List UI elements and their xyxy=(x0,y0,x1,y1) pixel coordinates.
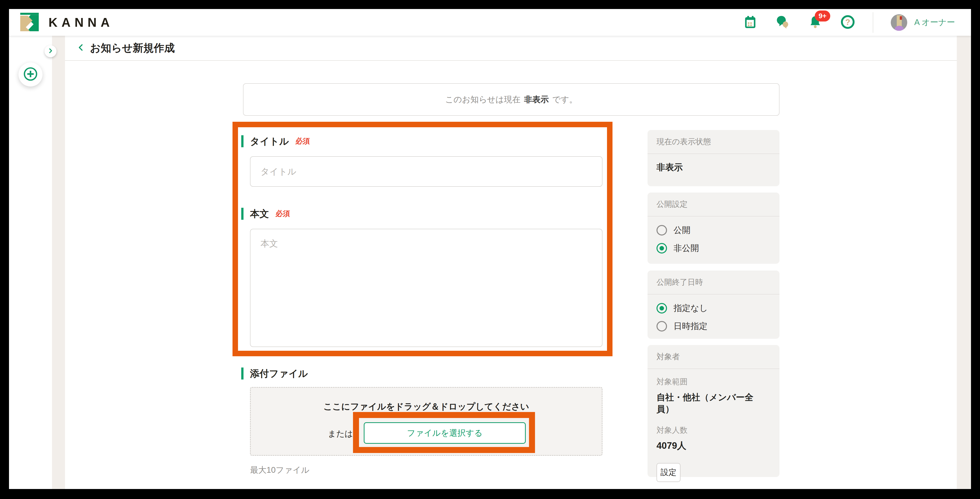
attachment-field-label: 添付ファイル xyxy=(241,367,308,380)
sidebar xyxy=(9,36,52,489)
notice-status: 非表示 xyxy=(524,94,549,105)
notice-prefix: このお知らせは現在 xyxy=(445,94,520,105)
scope-value: 自社・他社（メンバー全員） xyxy=(657,391,770,415)
chevron-right-icon xyxy=(47,48,54,55)
plus-circle-icon xyxy=(23,66,38,83)
dropzone-text: ここにファイルをドラッグ＆ドロップしてください xyxy=(251,401,602,413)
scope-label: 対象範囲 xyxy=(657,377,770,387)
audience-card-header: 対象者 xyxy=(648,345,780,369)
page-title: お知らせ新規作成 xyxy=(90,41,175,55)
user-menu[interactable]: A オーナー xyxy=(891,14,955,31)
chat-icon xyxy=(775,15,790,30)
required-badge: 必須 xyxy=(275,209,290,219)
chat-button[interactable] xyxy=(775,15,790,30)
required-badge: 必須 xyxy=(296,136,310,146)
user-name: A オーナー xyxy=(914,17,955,28)
radio-selected-icon xyxy=(657,303,667,313)
label-accent-bar xyxy=(241,135,243,147)
calendar-icon xyxy=(743,15,757,30)
back-chevron-icon xyxy=(76,43,86,54)
sidebar-expand-button[interactable] xyxy=(45,45,57,57)
radio-option-no-end[interactable]: 指定なし xyxy=(657,302,770,315)
notifications-button[interactable]: 9+ xyxy=(808,15,823,30)
radio-unselected-icon xyxy=(657,321,667,332)
visibility-card: 現在の表示状態 非表示 xyxy=(648,130,780,186)
brand-logo[interactable]: KANNA xyxy=(19,13,114,32)
radio-option-datetime[interactable]: 日時指定 xyxy=(657,320,770,332)
kanna-logo-icon xyxy=(19,13,40,32)
header-divider xyxy=(873,12,873,33)
end-date-card-header: 公開終了日時 xyxy=(648,270,780,294)
end-date-card: 公開終了日時 指定なし 日時指定 xyxy=(648,270,780,339)
calendar-button[interactable] xyxy=(743,15,758,30)
body-textarea[interactable] xyxy=(250,229,603,347)
title-field-label: タイトル 必須 xyxy=(241,135,310,147)
or-label: または xyxy=(328,428,353,440)
avatar xyxy=(891,14,907,31)
label-accent-bar xyxy=(241,367,243,380)
body-field-label: 本文 必須 xyxy=(241,208,290,220)
count-value: 4079人 xyxy=(657,440,770,452)
create-fab[interactable] xyxy=(19,62,43,86)
publish-setting-card: 公開設定 公開 非公開 xyxy=(648,192,780,264)
notification-badge: 9+ xyxy=(815,11,830,22)
visibility-value: 非表示 xyxy=(657,162,770,173)
notice-banner: このお知らせは現在 非表示 です。 xyxy=(243,83,780,116)
max-files-note: 最大10ファイル xyxy=(250,464,310,476)
help-button[interactable]: ? xyxy=(840,15,855,30)
radio-unselected-icon xyxy=(657,225,667,235)
audience-settings-button[interactable]: 設定 xyxy=(657,463,681,482)
svg-text:?: ? xyxy=(845,17,850,27)
radio-option-public[interactable]: 公開 xyxy=(657,224,770,237)
page-header: お知らせ新規作成 xyxy=(65,36,957,61)
count-label: 対象人数 xyxy=(657,425,770,435)
label-accent-bar xyxy=(241,208,243,220)
publish-card-header: 公開設定 xyxy=(648,192,780,216)
audience-card: 対象者 対象範囲 自社・他社（メンバー全員） 対象人数 4079人 設定 xyxy=(648,345,780,477)
file-dropzone[interactable]: ここにファイルをドラッグ＆ドロップしてください または ファイルを選択する xyxy=(250,387,603,456)
notice-suffix: です。 xyxy=(552,94,578,105)
help-circle-icon: ? xyxy=(840,14,855,30)
radio-selected-icon xyxy=(657,243,667,254)
radio-option-private[interactable]: 非公開 xyxy=(657,242,770,254)
back-button[interactable] xyxy=(75,43,86,54)
brand-name: KANNA xyxy=(48,15,114,30)
select-file-button[interactable]: ファイルを選択する xyxy=(364,422,526,444)
title-input[interactable] xyxy=(250,156,603,187)
visibility-card-header: 現在の表示状態 xyxy=(648,130,780,154)
top-bar: KANNA xyxy=(9,9,971,36)
